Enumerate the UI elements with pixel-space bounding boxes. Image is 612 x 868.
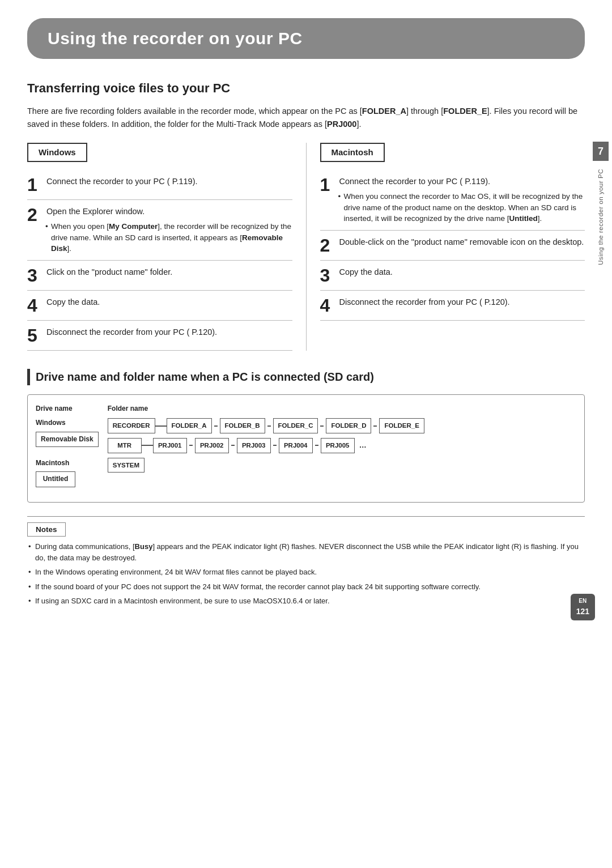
step-content: Disconnect the recorder from your PC ( P… [339,296,585,308]
prj005: PRJ005 [321,438,355,453]
step-number: 5 [27,326,42,344]
intro-paragraph: There are five recording folders availab… [27,105,585,130]
mtr-folders: PRJ001 PRJ002 PRJ003 PRJ004 PRJ005 … [153,438,369,453]
folder-label: Folder name [108,404,576,414]
page-title: Using the recorder on your PC [48,26,564,51]
step-number: 4 [320,296,335,314]
step-content: Copy the data. [339,266,585,278]
en-label: EN [576,597,589,606]
note-item-4: If using an SDXC card in a Macintosh env… [27,595,585,607]
mtr-row: MTR PRJ001 PRJ002 PRJ003 PRJ004 PRJ005 … [108,438,576,453]
page-number-badge: EN 121 [571,594,595,620]
section-title: Transferring voice files to your PC [27,79,585,97]
mac-step-1: 1 Connect the recorder to your PC ( P.11… [320,170,585,231]
windows-header: Windows [27,143,87,162]
prj002: PRJ002 [195,438,229,453]
step-content: Double-click on the "product name" remov… [339,236,585,248]
prj004: PRJ004 [279,438,313,453]
step-number: 2 [27,206,42,224]
system-box: SYSTEM [108,458,144,473]
folder-c: FOLDER_C [273,418,318,433]
windows-step-3: 3 Click on the "product name" folder. [27,261,292,291]
step-number: 1 [320,176,335,194]
step-content: Connect the recorder to your PC ( P.119)… [339,176,585,224]
chapter-number: 7 [593,142,609,161]
system-row: SYSTEM [108,458,576,473]
notes-header: Notes [27,522,66,537]
folder-a: FOLDER_A [167,418,212,433]
recorder-folders: FOLDER_A FOLDER_B FOLDER_C FOLDER_D FOLD… [167,418,424,433]
recorder-row: RECORDER FOLDER_A FOLDER_B FOLDER_C FOLD… [108,418,576,433]
mac-step-4: 4 Disconnect the recorder from your PC (… [320,291,585,321]
step-note: When you connect the recorder to Mac OS,… [339,191,585,224]
sidebar-chapter-text: Using the recorder on your PC [596,169,606,265]
step-content: Copy the data. [46,296,292,308]
step-content: Connect the recorder to your PC ( P.119)… [46,176,292,188]
folder-b: FOLDER_B [220,418,265,433]
step-number: 2 [320,236,335,254]
drive-section-title: Drive name and folder name when a PC is … [27,369,585,385]
macintosh-header: Macintosh [320,143,385,162]
ellipsis: … [357,440,369,451]
mtr-box: MTR [108,438,142,453]
step-note: When you open [My Computer], the recorde… [46,221,292,254]
page-number: 121 [576,607,589,616]
notes-section: Notes During data communications, [Busy]… [27,516,585,607]
macintosh-os-label: Macintosh [36,458,99,468]
drive-name-column: Drive name Windows Removable Disk Macint… [36,404,99,493]
drive-label: Drive name [36,404,99,414]
mac-step-3: 3 Copy the data. [320,261,585,291]
step-number: 3 [27,266,42,284]
prj001: PRJ001 [153,438,187,453]
folder-d: FOLDER_D [326,418,371,433]
prj003: PRJ003 [237,438,271,453]
windows-step-2: 2 Open the Explorer window. When you ope… [27,200,292,261]
folder-e: FOLDER_E [379,418,424,433]
step-number: 4 [27,296,42,314]
header-banner: Using the recorder on your PC [27,18,585,59]
step-content: Disconnect the recorder from your PC ( P… [46,326,292,338]
note-item-1: During data communications, [Busy] appea… [27,541,585,563]
windows-step-1: 1 Connect the recorder to your PC ( P.11… [27,170,292,200]
step-content: Open the Explorer window. When you open … [46,206,292,254]
step-content: Click on the "product name" folder. [46,266,292,278]
windows-os-label: Windows [36,418,99,428]
macintosh-column: Macintosh 1 Connect the recorder to your… [306,143,585,350]
note-item-3: If the sound board of your PC does not s… [27,581,585,593]
diagram-container: Drive name Windows Removable Disk Macint… [27,394,585,503]
mac-step-2: 2 Double-click on the "product name" rem… [320,231,585,261]
step-number: 3 [320,266,335,284]
recorder-box: RECORDER [108,418,155,433]
windows-column: Windows 1 Connect the recorder to your P… [27,143,306,350]
right-sidebar: 7 Using the recorder on your PC [589,142,612,482]
windows-step-5: 5 Disconnect the recorder from your PC (… [27,321,292,351]
notes-list: During data communications, [Busy] appea… [27,541,585,607]
steps-container: Windows 1 Connect the recorder to your P… [27,143,585,350]
note-item-2: In the Windows operating environment, 24… [27,567,585,578]
untitled-box: Untitled [36,471,75,487]
folder-tree: Folder name RECORDER FOLDER_A FOLDER_B F… [108,404,576,493]
step-number: 1 [27,176,42,194]
windows-step-4: 4 Copy the data. [27,291,292,321]
removable-disk-box: Removable Disk [36,432,99,447]
